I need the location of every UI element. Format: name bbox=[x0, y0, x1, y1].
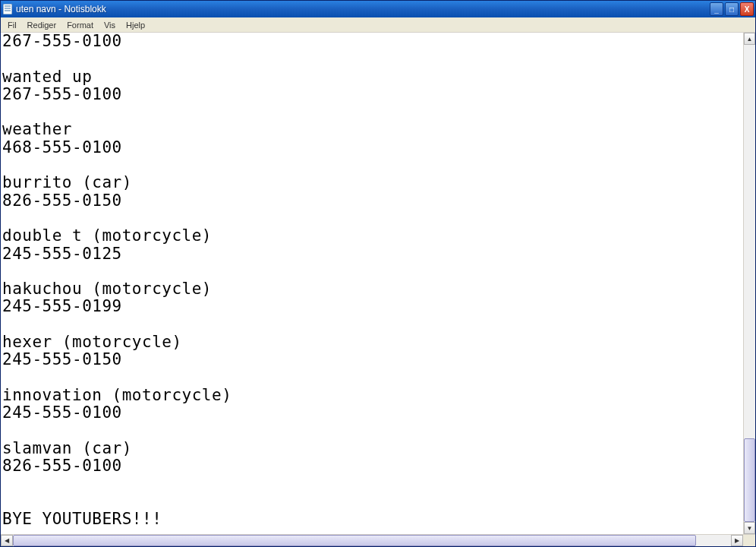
minimize-button[interactable]: _ bbox=[710, 2, 723, 16]
client-area: 267-555-0100 wanted up 267-555-0100 weat… bbox=[1, 33, 755, 546]
window-controls: _ □ X bbox=[710, 2, 755, 16]
vertical-scroll-track[interactable] bbox=[744, 45, 755, 522]
scroll-down-button[interactable]: ▼ bbox=[744, 522, 755, 534]
menu-format[interactable]: Format bbox=[61, 19, 99, 31]
horizontal-scroll-thumb[interactable] bbox=[13, 535, 696, 546]
scroll-right-button[interactable]: ▶ bbox=[731, 535, 743, 546]
scrollbar-corner bbox=[743, 535, 755, 546]
minimize-icon: _ bbox=[714, 5, 719, 14]
menu-fil[interactable]: Fil bbox=[2, 19, 22, 31]
chevron-left-icon: ◀ bbox=[5, 537, 9, 544]
scroll-left-button[interactable]: ◀ bbox=[1, 535, 13, 546]
notepad-icon bbox=[2, 4, 13, 14]
menu-vis[interactable]: Vis bbox=[99, 19, 121, 31]
vertical-scrollbar[interactable]: ▲ ▼ bbox=[743, 33, 755, 534]
maximize-button[interactable]: □ bbox=[725, 2, 739, 16]
notepad-window: uten navn - Notisblokk _ □ X Fil Rediger… bbox=[0, 0, 756, 547]
menu-rediger[interactable]: Rediger bbox=[22, 19, 62, 31]
menu-hjelp[interactable]: Hjelp bbox=[121, 19, 150, 31]
text-editor[interactable]: 267-555-0100 wanted up 267-555-0100 weat… bbox=[1, 33, 743, 534]
menubar: Fil Rediger Format Vis Hjelp bbox=[1, 17, 755, 33]
maximize-icon: □ bbox=[729, 5, 734, 14]
chevron-down-icon: ▼ bbox=[747, 525, 753, 532]
chevron-right-icon: ▶ bbox=[735, 537, 739, 544]
vertical-scroll-thumb[interactable] bbox=[744, 438, 755, 522]
horizontal-scroll-track[interactable] bbox=[13, 535, 731, 546]
close-icon: X bbox=[745, 5, 750, 14]
horizontal-scrollbar[interactable]: ◀ ▶ bbox=[1, 534, 755, 546]
window-title: uten navn - Notisblokk bbox=[16, 4, 106, 14]
svg-rect-0 bbox=[3, 4, 12, 14]
chevron-up-icon: ▲ bbox=[747, 36, 753, 43]
titlebar[interactable]: uten navn - Notisblokk _ □ X bbox=[1, 1, 755, 17]
close-button[interactable]: X bbox=[740, 2, 754, 16]
scroll-up-button[interactable]: ▲ bbox=[744, 33, 755, 45]
